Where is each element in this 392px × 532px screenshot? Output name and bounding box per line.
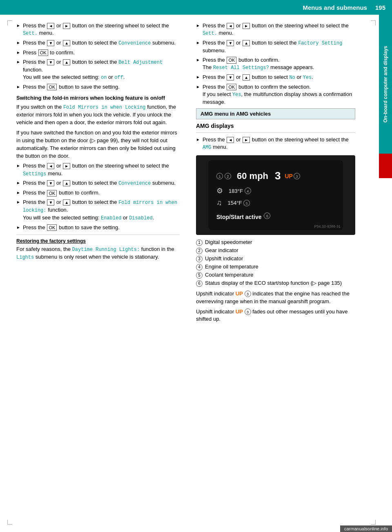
mono-sett2: Sett. [203,31,217,36]
amg-displays-heading: AMG displays [196,123,355,129]
mono-sett: Sett. [23,31,38,36]
section-heading-factory: Restoring the factory settings [16,238,180,244]
bullet-arrow: ► [196,57,200,63]
mono-amg: AMG [203,145,212,150]
bullet-arrow: ► [16,190,20,196]
mono-disabled: Disabled [129,215,153,221]
dash-watermark: P54.32-9388-31 [314,224,341,228]
legend-text: Upshift indicator [205,255,243,262]
bullet-item: ► Press the OK button to confirm. The Re… [196,56,355,72]
btn-down: ▼ [227,74,234,80]
up-label-2: UP [236,308,243,315]
dash-speed: 60 mph [237,171,268,181]
legend-item: 6 Status display of the ECO start/stop f… [196,280,355,287]
bullet-arrow: ► [16,180,20,186]
bullet-item: ► Press the OK button to confirm the sel… [196,83,355,106]
bullet-arrow: ► [16,59,20,65]
dash-temp1: 183°F [229,188,243,194]
side-red-block [379,154,392,178]
amg-bullet-list: ► Press the ◄ or ► button on the steerin… [196,136,355,151]
para-upshift-1: Upshift indicator UP 3 indicates that th… [196,290,355,306]
para-upshift-2: Upshift indicator UP 3 fades out other m… [196,308,355,324]
btn-up: ▲ [63,59,70,65]
bullet-item: ► Press the ◄ or ► button on the steerin… [16,162,180,177]
bullet-item: ► Press OK to confirm. [16,49,180,56]
btn-ok: OK [38,49,48,56]
dash-circle-2: 2 [225,173,231,179]
bullet-arrow: ► [196,23,200,29]
bullet-arrow: ► [196,40,200,46]
mono-belt: Belt Adjustment [118,60,163,65]
divider [196,132,355,133]
bullet-text: Press the ▼ or ▲ button to select the Fo… [23,199,180,221]
btn-down: ▼ [47,199,54,206]
para-foldin-2: If you have switched the function on and… [16,129,180,160]
dash-circle-4: 4 [245,188,251,194]
corner-mark-bl [7,520,12,525]
dash-temp2: 154°F [228,200,242,206]
legend-item: 2 Gear indicator [196,247,355,254]
bullet-item: ► Press the OK button to confirm. [16,189,180,197]
btn-down: ▼ [47,180,54,186]
bullet-arrow: ► [196,137,200,143]
bullet-arrow: ► [16,163,20,169]
dash-circle-1: 1 [216,173,223,179]
mono-lights: Lights [16,255,34,260]
legend-num: 5 [196,272,203,279]
main-content: ► Press the ◄ or ► button on the steerin… [0,15,392,532]
bullet-item: ► Press the OK button to save the settin… [16,83,180,91]
bullet-item: ► Press the ▼ or ▲ button to select the … [16,199,180,221]
dash-stop-start: Stop/Start active [216,214,261,220]
legend-text: Status display of the ECO start/stop fun… [205,280,342,286]
dash-screen: 1 2 60 mph 3 UP 3 ⚙ 183°F 4 [208,160,343,230]
btn-ok: OK [47,190,57,197]
bullet-text: Press the ▼ or ▲ button to select the Fa… [203,39,355,54]
btn-right: ► [243,23,250,29]
mono-off: off [114,75,123,80]
btn-right: ► [63,23,70,29]
bullet-text: Press the ▼ or ▲ button to select the Co… [23,179,180,187]
legend-num: 3 [196,256,203,262]
legend-list: 1 Digital speedometer 2 Gear indicator 3… [196,239,355,287]
bullet-arrow: ► [16,50,20,56]
bullet-arrow: ► [16,40,20,46]
mono-factory: Factory Setting [298,40,342,46]
left-column: ► Press the ◄ or ► button on the steerin… [0,22,188,532]
mono-yes: Yes [303,75,312,80]
btn-up: ▲ [63,199,70,206]
legend-item: 3 Upshift indicator [196,255,355,262]
legend-num: 4 [196,264,203,270]
website-bar: carmanualsonline.info [340,525,392,532]
dash-up-label: UP [285,173,293,179]
legend-text: Gear indicator [205,247,238,253]
btn-right: ► [243,137,250,143]
dash-row-temp2: ♫ 154°F 5 [216,199,335,207]
para-foldin-1: If you switch on the Fold Mirrors in whe… [16,103,180,127]
bullet-item: ► Press the OK button to save the settin… [16,224,180,231]
btn-down: ▼ [47,40,54,46]
mono-on: on [101,75,107,80]
btn-left: ◄ [227,137,234,143]
bullet-item: ► Press the ▼ or ▲ button to select the … [16,58,180,81]
para-factory: For safety reasons, the Daytime Running … [16,246,180,262]
bullet-text: Press the OK button to save the setting. [23,83,180,91]
mono-convenience2: Convenience [118,181,151,186]
btn-right: ► [63,163,70,169]
bullet-item: ► Press the ◄ or ► button on the steerin… [196,22,355,37]
dash-row-speed: 1 2 60 mph 3 UP 3 [216,170,335,182]
legend-num: 2 [196,248,203,254]
mono-yes2: Yes [232,92,241,98]
dash-circle-6: 6 [264,212,270,219]
circle-3-a: 3 [245,291,251,297]
bullet-text: Press the ▼ or ▲ button to select the Co… [23,39,180,47]
legend-item: 1 Digital speedometer [196,239,355,246]
btn-ok: OK [227,57,236,63]
bullet-text: Press the ▼ or ▲ button to select the Be… [23,58,180,81]
mono-fold: Fold Mirrors in when Locking [63,105,146,110]
side-tab-label: On-board computer and displays [383,46,388,123]
up-label-1: UP [236,291,243,297]
mono-settings: Settings [23,171,47,177]
divider [16,235,180,235]
section-heading-foldin: Switching the fold-in mirrors when locki… [16,95,180,101]
header-page: 195 [375,4,385,11]
